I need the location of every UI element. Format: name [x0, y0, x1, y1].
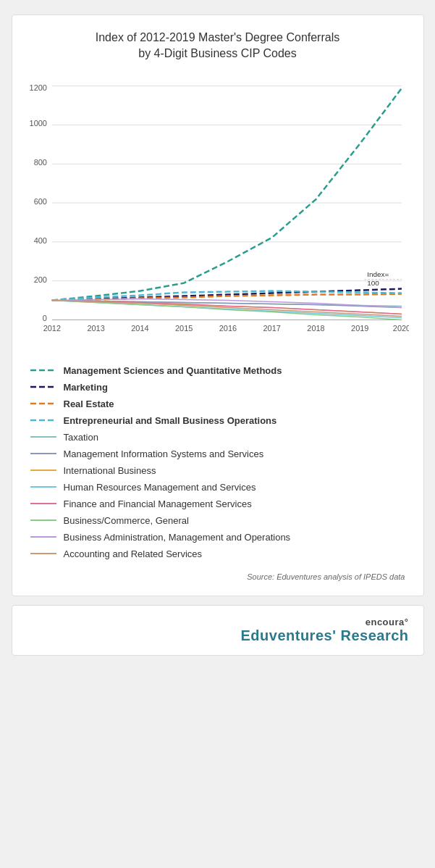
- legend-label-entrepreneurial: Entrepreneurial and Small Business Opera…: [64, 415, 277, 426]
- legend-line-hr: [30, 483, 56, 491]
- source-text: Source: Eduventures analysis of IPEDS da…: [27, 572, 409, 581]
- legend-line-mis: [30, 449, 56, 458]
- main-card: Index of 2012-2019 Master's Degree Confe…: [12, 14, 424, 596]
- legend-label-intl-business: International Business: [64, 465, 156, 476]
- svg-text:400: 400: [33, 236, 46, 245]
- legend-label-accounting: Accounting and Related Services: [64, 548, 203, 559]
- legend-label-business-admin: Business Administration, Management and …: [64, 532, 291, 543]
- legend-label-business-commerce: Business/Commerce, General: [64, 515, 189, 526]
- brand-text: encoura° Eduventures' Research: [240, 617, 408, 644]
- svg-text:100: 100: [367, 278, 379, 286]
- svg-text:800: 800: [33, 158, 46, 167]
- legend-item-mis: Management Information Systems and Servi…: [30, 448, 405, 459]
- svg-text:200: 200: [33, 275, 46, 283]
- svg-text:1000: 1000: [29, 119, 46, 128]
- svg-text:2016: 2016: [219, 324, 236, 333]
- chart-title: Index of 2012-2019 Master's Degree Confe…: [27, 30, 409, 62]
- brand-eduventures: Eduventures' Research: [240, 627, 408, 644]
- legend-label-mis: Management Information Systems and Servi…: [64, 448, 264, 459]
- legend-item-real-estate: Real Estate: [30, 398, 405, 409]
- legend-item-finance: Finance and Financial Management Service…: [30, 498, 405, 509]
- svg-text:2013: 2013: [87, 324, 104, 333]
- legend-label-finance: Finance and Financial Management Service…: [64, 498, 252, 509]
- footer-card: encoura° Eduventures' Research: [12, 605, 424, 656]
- chart-svg: 0 200 400 600 800 1000 1200 2012 2013 20…: [27, 75, 409, 351]
- legend-section: Management Sciences and Quantitative Met…: [27, 365, 409, 559]
- legend-item-business-commerce: Business/Commerce, General: [30, 515, 405, 526]
- svg-text:2017: 2017: [263, 324, 280, 333]
- svg-text:2015: 2015: [175, 324, 193, 333]
- legend-item-entrepreneurial: Entrepreneurial and Small Business Opera…: [30, 415, 405, 426]
- svg-text:600: 600: [33, 197, 46, 206]
- legend-item-accounting: Accounting and Related Services: [30, 548, 405, 559]
- svg-text:1200: 1200: [29, 83, 46, 91]
- legend-line-marketing: [30, 383, 56, 391]
- title-line2: by 4-Digit Business CIP Codes: [138, 47, 296, 59]
- legend-item-intl-business: International Business: [30, 465, 405, 476]
- legend-line-entrepreneurial: [30, 416, 56, 425]
- legend-item-mgmt-sci: Management Sciences and Quantitative Met…: [30, 365, 405, 376]
- chart-area: 0 200 400 600 800 1000 1200 2012 2013 20…: [27, 75, 409, 351]
- legend-label-hr: Human Resources Management and Services: [64, 482, 256, 493]
- legend-line-business-commerce: [30, 516, 56, 525]
- svg-text:2018: 2018: [307, 324, 324, 333]
- legend-label-mgmt-sci: Management Sciences and Quantitative Met…: [64, 365, 282, 376]
- legend-line-accounting: [30, 549, 56, 558]
- svg-text:2019: 2019: [351, 324, 368, 333]
- svg-text:2012: 2012: [43, 324, 60, 333]
- legend-line-taxation: [30, 433, 56, 441]
- legend-line-mgmt-sci: [30, 366, 56, 375]
- svg-text:2014: 2014: [131, 324, 148, 333]
- legend-line-intl-business: [30, 466, 56, 475]
- svg-text:0: 0: [42, 314, 46, 322]
- legend-item-marketing: Marketing: [30, 382, 405, 393]
- legend-line-finance: [30, 499, 56, 508]
- legend-label-marketing: Marketing: [64, 382, 108, 393]
- legend-item-taxation: Taxation: [30, 432, 405, 443]
- legend-label-real-estate: Real Estate: [64, 398, 114, 409]
- title-line1: Index of 2012-2019 Master's Degree Confe…: [96, 31, 339, 43]
- legend-label-taxation: Taxation: [64, 432, 98, 443]
- legend-item-business-admin: Business Administration, Management and …: [30, 532, 405, 543]
- legend-line-real-estate: [30, 399, 56, 408]
- svg-text:2020: 2020: [392, 324, 408, 333]
- legend-line-business-admin: [30, 533, 56, 541]
- brand-encoura: encoura°: [240, 617, 408, 627]
- legend-item-hr: Human Resources Management and Services: [30, 482, 405, 493]
- svg-text:Index=: Index=: [367, 270, 389, 277]
